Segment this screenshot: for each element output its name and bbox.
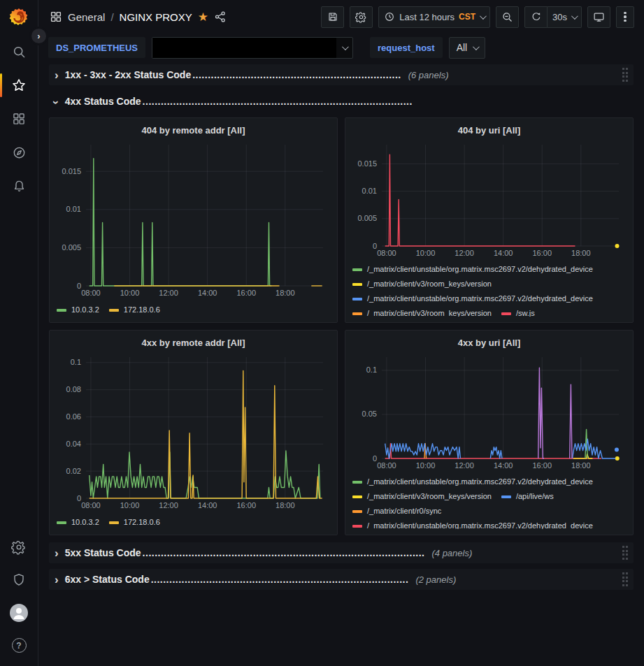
svg-text:14:00: 14:00	[198, 289, 217, 297]
chart-404-by-remote-addr[interactable]: 08:0010:0012:0014:0016:0018:0000.0050.01…	[57, 139, 330, 300]
sidebar-item-starred[interactable]	[0, 68, 38, 102]
breadcrumb-dashboard-title[interactable]: NGINX PROXY	[120, 11, 192, 23]
refresh-button[interactable]	[524, 6, 548, 28]
request-host-select[interactable]: All	[449, 37, 486, 59]
apps-grid-icon	[50, 10, 62, 23]
legend-label: /_matrix/client/unstable/org.matrix.msc2…	[367, 477, 593, 487]
variable-label-ds-prometheus[interactable]: DS_PROMETHEUS	[48, 37, 145, 58]
legend-label: /_matrix/client/unstable/org.matrix.msc2…	[367, 521, 593, 529]
row-4xx[interactable]: › 4xx Status Code ......................…	[49, 91, 634, 112]
bell-icon	[12, 179, 27, 194]
row-drag-handle[interactable]	[622, 572, 629, 586]
svg-text:0.05: 0.05	[362, 410, 377, 418]
svg-text:0: 0	[373, 242, 377, 250]
sidebar-item-dashboards[interactable]	[0, 102, 38, 136]
panel-title[interactable]: 404 by uri [All]	[352, 122, 626, 139]
panel-title[interactable]: 4xx by remote addr [All]	[57, 335, 330, 352]
legend-item[interactable]: /_matrix/client/unstable/org.matrix.msc2…	[352, 264, 593, 275]
row-panel-count: (6 panels)	[408, 70, 449, 80]
legend-label: 172.18.0.6	[124, 305, 160, 315]
row-panel-count: (2 panels)	[415, 574, 456, 585]
time-range-picker[interactable]: Last 12 hours CST	[378, 6, 490, 28]
panel-4xx-by-remote-addr: 4xx by remote addr [All] 08:0010:0012:00…	[49, 330, 338, 535]
ds-prometheus-value-redacted	[152, 38, 336, 58]
sidebar-item-profile[interactable]	[0, 596, 38, 629]
svg-text:18:00: 18:00	[276, 289, 295, 297]
legend-item[interactable]: /_matrix/client/unstable/org.matrix.msc2…	[352, 477, 593, 487]
panel-404-by-remote-addr: 404 by remote addr [All] 08:0010:0012:00…	[49, 117, 338, 323]
legend-swatch	[352, 312, 362, 315]
sidebar-item-explore[interactable]	[0, 136, 38, 169]
sidebar-item-help[interactable]: ?	[0, 629, 38, 662]
svg-text:14:00: 14:00	[494, 461, 513, 470]
svg-text:0.1: 0.1	[366, 365, 377, 374]
share-icon[interactable]	[214, 10, 227, 23]
save-dashboard-button[interactable]	[321, 6, 344, 28]
chevron-right-icon: ›	[55, 547, 59, 559]
svg-text:0.005: 0.005	[62, 243, 81, 252]
panel-title[interactable]: 404 by remote addr [All]	[57, 122, 330, 139]
chart-404-by-uri[interactable]: 08:0010:0012:0014:0016:0018:0000.0050.01…	[352, 139, 626, 261]
panel-4xx-by-uri: 4xx by uri [All] 08:0010:0012:0014:0016:…	[345, 330, 634, 535]
breadcrumb: General / NGINX PROXY	[68, 11, 192, 23]
legend-item[interactable]: /_matrix/client/v3/room_keys/version	[352, 279, 492, 289]
svg-text:0: 0	[77, 494, 81, 502]
sidebar-item-server-admin[interactable]	[0, 563, 38, 596]
legend-item[interactable]: /_matrix/client/unstable/org.matrix.msc2…	[352, 521, 593, 529]
timezone-badge: CST	[459, 12, 475, 22]
row-drag-handle[interactable]	[622, 68, 629, 82]
monitor-icon	[593, 11, 605, 23]
legend-item[interactable]: /_matrix/client/r0/sync	[352, 506, 441, 516]
ds-prometheus-select[interactable]	[152, 37, 353, 59]
legend-item[interactable]: 10.0.3.2	[57, 305, 99, 315]
variable-label-request-host[interactable]: request_host	[370, 37, 443, 58]
legend-item[interactable]: /_matrix/client/v3/room_keys/version	[352, 491, 492, 502]
legend-swatch	[352, 298, 362, 301]
dashboard-settings-button[interactable]	[350, 6, 373, 28]
profile-avatar	[10, 604, 28, 622]
svg-text:08:00: 08:00	[81, 501, 101, 509]
more-options-button[interactable]	[616, 6, 634, 28]
breadcrumb-folder[interactable]: General	[68, 11, 105, 23]
panel-title[interactable]: 4xx by uri [All]	[352, 335, 626, 352]
legend-4xx-by-remote-addr: 10.0.3.2172.18.0.6	[57, 512, 330, 529]
row-1xx-3xx-2xx[interactable]: › 1xx - 3xx - 2xx Status Code ..........…	[49, 64, 634, 85]
time-range-label: Last 12 hours	[399, 12, 455, 22]
legend-item[interactable]: /sw.js	[501, 308, 535, 317]
svg-text:12:00: 12:00	[455, 461, 474, 470]
cycle-view-mode-button[interactable]	[587, 6, 610, 28]
refresh-interval-select[interactable]: 30s	[548, 6, 582, 28]
refresh-interval-value: 30s	[552, 12, 567, 22]
svg-text:14:00: 14:00	[494, 249, 513, 257]
zoom-out-button[interactable]	[496, 6, 519, 28]
sidebar-item-alerting[interactable]	[0, 169, 38, 203]
legend-item[interactable]: /api/live/ws	[501, 491, 554, 502]
legend-item[interactable]: 172.18.0.6	[109, 305, 160, 315]
svg-text:18:00: 18:00	[571, 461, 591, 470]
main-area: General / NGINX PROXY ★	[38, 0, 644, 666]
search-icon	[12, 45, 27, 59]
sidebar-item-configuration[interactable]	[0, 530, 38, 563]
legend-item[interactable]: /_matrix/client/v3/room_keys/version	[352, 308, 492, 317]
legend-item[interactable]: /_matrix/client/unstable/org.matrix.msc2…	[352, 294, 593, 304]
grafana-app: ? › General / NGINX PROXY ★	[0, 0, 644, 666]
chart-4xx-by-uri[interactable]: 08:0010:0012:0014:0016:0018:0000.050.1	[352, 352, 626, 473]
legend-item[interactable]: 172.18.0.6	[109, 517, 160, 528]
svg-text:18:00: 18:00	[571, 249, 591, 257]
chart-4xx-by-remote-addr[interactable]: 08:0010:0012:0014:0016:0018:0000.020.040…	[57, 352, 330, 512]
row-drag-handle[interactable]	[622, 546, 629, 560]
legend-item[interactable]: 10.0.3.2	[57, 517, 99, 528]
top-navbar: General / NGINX PROXY ★	[38, 0, 644, 34]
legend-swatch	[352, 525, 362, 528]
svg-text:16:00: 16:00	[236, 501, 256, 509]
refresh-group: 30s	[524, 6, 582, 28]
star-outline-icon	[11, 78, 27, 93]
favorite-star-icon[interactable]: ★	[198, 11, 208, 23]
row-5xx[interactable]: › 5xx Status Code ......................…	[49, 542, 634, 563]
row-6xx[interactable]: › 6xx > Status Code ....................…	[49, 569, 634, 590]
row-title-dots: ........................................…	[143, 96, 413, 107]
svg-text:16:00: 16:00	[532, 249, 552, 257]
panel-grid: 404 by remote addr [All] 08:0010:0012:00…	[49, 117, 634, 535]
legend-swatch	[57, 521, 66, 524]
sidebar-expand-button[interactable]: ›	[29, 27, 48, 45]
